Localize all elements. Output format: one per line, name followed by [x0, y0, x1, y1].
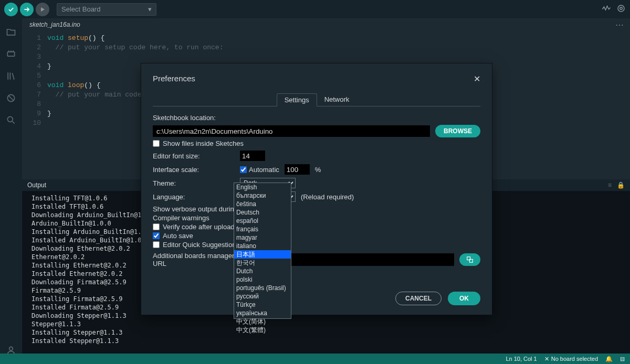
scale-pct: % [315, 166, 321, 174]
serial-plotter-icon[interactable] [602, 4, 611, 15]
language-label: Language: [153, 193, 235, 201]
close-icon[interactable]: ✕ [474, 74, 480, 84]
serial-monitor-icon[interactable] [616, 4, 626, 15]
scale-input[interactable] [285, 164, 310, 175]
verify-button[interactable] [4, 3, 18, 16]
language-option[interactable]: Dutch [234, 267, 291, 275]
preferences-dialog: Preferences ✕ Settings Network Sketchboo… [141, 63, 492, 315]
tab-bar: sketch_jan16a.ino ⋯ [22, 18, 630, 31]
svg-point-2 [618, 5, 624, 12]
cancel-button[interactable]: CANCEL [395, 292, 442, 305]
ok-button[interactable]: OK [448, 292, 480, 305]
sketchbook-icon[interactable] [5, 26, 17, 38]
board-select[interactable]: Select Board ▾ [57, 3, 156, 16]
verify-upload-checkbox[interactable]: Verify code after upload [153, 223, 235, 231]
language-option[interactable]: čeština [234, 200, 291, 208]
left-rail [0, 18, 22, 364]
show-files-checkbox[interactable]: Show files inside Sketches [153, 140, 244, 147]
toolbar: Select Board ▾ [0, 0, 630, 18]
tab-network[interactable]: Network [317, 93, 357, 106]
svg-line-14 [13, 122, 15, 124]
reload-required-label: (Reload required) [301, 193, 354, 201]
language-option[interactable]: 한국어 [234, 259, 291, 267]
language-option[interactable]: 中文(繁體) [234, 326, 291, 334]
svg-line-10 [13, 73, 14, 80]
language-option[interactable]: 日本語 [234, 250, 291, 259]
svg-point-3 [620, 7, 623, 10]
dialog-title: Preferences [153, 74, 480, 83]
notifications-icon[interactable]: 🔔 [605, 356, 613, 362]
language-option[interactable]: italiano [234, 242, 291, 250]
language-option[interactable]: українська [234, 309, 291, 317]
output-lock-icon[interactable]: 🔒 [617, 181, 625, 189]
language-option[interactable]: português (Brasil) [234, 284, 291, 292]
language-dropdown[interactable]: EnglishбългарскиčeštinaDeutschespañolfra… [234, 183, 291, 319]
svg-point-15 [9, 347, 13, 350]
search-icon[interactable] [5, 114, 17, 126]
language-option[interactable]: polski [234, 275, 291, 284]
svg-point-13 [7, 116, 13, 122]
urls-label: Additional boards manager URL [153, 252, 235, 267]
compiler-warnings-label: Compiler warnings [153, 214, 209, 222]
chevron-down-icon: ▾ [148, 5, 152, 13]
theme-label: Theme: [153, 179, 235, 187]
edit-urls-button[interactable] [459, 253, 480, 266]
scale-label: Interface scale: [153, 166, 235, 174]
line-gutter: 12345678910 [22, 31, 47, 178]
output-title: Output [27, 181, 46, 189]
boards-manager-icon[interactable] [5, 48, 17, 60]
sketchbook-path-input[interactable] [153, 125, 430, 137]
board-status[interactable]: ✕ No board selected [544, 356, 598, 362]
upload-button[interactable] [20, 3, 34, 16]
language-option[interactable]: English [234, 183, 291, 191]
language-option[interactable]: български [234, 191, 291, 200]
close-panel-icon[interactable]: ⊟ [620, 356, 625, 362]
library-manager-icon[interactable] [5, 70, 17, 82]
language-option[interactable]: русский [234, 292, 291, 301]
language-option[interactable]: Türkçe [234, 301, 291, 309]
tab-settings[interactable]: Settings [277, 93, 317, 106]
scale-auto-checkbox[interactable]: Automatic [240, 166, 279, 174]
language-option[interactable]: Deutsch [234, 208, 291, 217]
font-size-input[interactable] [240, 151, 265, 161]
font-size-label: Editor font size: [153, 152, 235, 160]
board-select-placeholder: Select Board [61, 5, 100, 13]
status-bar: Ln 10, Col 1 ✕ No board selected 🔔 ⊟ [0, 354, 630, 364]
svg-marker-1 [41, 7, 45, 12]
quick-suggest-checkbox[interactable]: Editor Quick Suggestions [153, 241, 239, 249]
browse-button[interactable]: BROWSE [435, 125, 480, 137]
tab-overflow-icon[interactable]: ⋯ [609, 20, 630, 30]
auto-save-checkbox[interactable]: Auto save [153, 232, 193, 240]
svg-line-12 [8, 95, 14, 101]
dialog-tabs: Settings Network [153, 93, 480, 106]
file-tab[interactable]: sketch_jan16a.ino [22, 19, 88, 31]
cursor-position: Ln 10, Col 1 [506, 356, 537, 362]
verbose-label: Show verbose output during [153, 205, 238, 213]
sketchbook-label: Sketchbook location: [153, 114, 216, 122]
language-option[interactable]: español [234, 217, 291, 225]
output-toggle-icon[interactable]: ≡ [608, 181, 612, 189]
language-option[interactable]: magyar [234, 233, 291, 242]
debug-button[interactable] [36, 3, 49, 16]
language-option[interactable]: 中文(简体) [234, 317, 291, 326]
language-option[interactable]: français [234, 225, 291, 233]
debug-icon[interactable] [5, 92, 17, 104]
svg-rect-4 [7, 52, 14, 56]
